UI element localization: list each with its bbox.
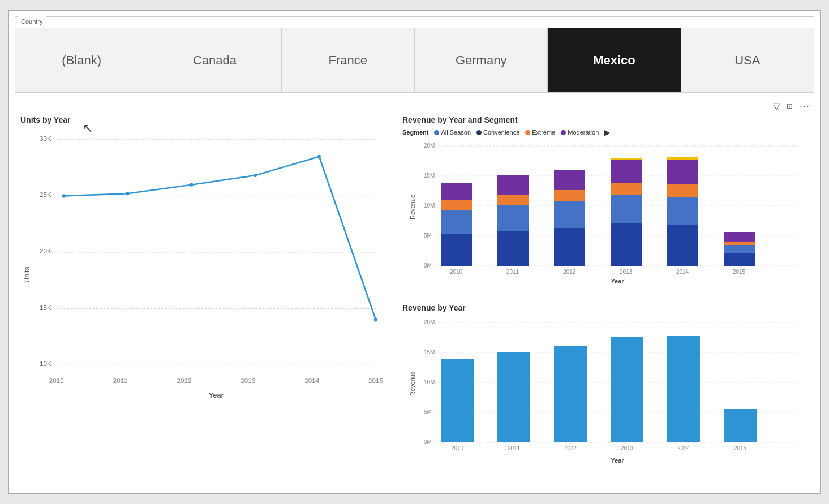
svg-text:2015: 2015	[733, 269, 746, 275]
svg-text:20M: 20M	[424, 319, 435, 325]
bar-2010-allseason	[441, 210, 472, 234]
rev-year-title: Revenue by Year	[402, 303, 810, 312]
bar-2013-extreme	[611, 183, 642, 195]
svg-text:10K: 10K	[40, 360, 51, 367]
svg-text:Year: Year	[611, 278, 624, 285]
country-blank[interactable]: (Blank)	[15, 28, 148, 92]
bar-2010	[441, 359, 474, 442]
svg-point-16	[374, 318, 377, 321]
svg-point-13	[190, 183, 193, 187]
units-by-year-chart: Units by Year 30K 25K 20K 15K 10K Units	[20, 115, 394, 443]
legend-label-moderation: Moderation	[568, 129, 599, 136]
svg-text:Revenue: Revenue	[409, 371, 416, 396]
svg-text:2010: 2010	[451, 445, 464, 451]
bar-2013-convenience	[611, 223, 642, 266]
svg-text:2014: 2014	[676, 269, 689, 275]
bar-2015-allseason	[724, 245, 755, 253]
more-icon[interactable]: ···	[800, 100, 810, 112]
svg-text:Year: Year	[208, 391, 224, 399]
bar-2014-moderation	[667, 160, 698, 184]
bar-2015-moderation	[724, 232, 755, 242]
svg-text:2012: 2012	[564, 445, 577, 451]
bar-2011-allseason	[497, 205, 529, 231]
country-france[interactable]: France	[282, 28, 415, 92]
bar-2014-extra	[667, 157, 698, 160]
svg-text:Revenue: Revenue	[409, 195, 416, 219]
svg-text:2013: 2013	[621, 445, 634, 451]
expand-icon[interactable]: ⊡	[787, 102, 793, 110]
bar-2014-extreme	[667, 184, 698, 197]
legend-all-season: All Season	[434, 129, 471, 136]
country-mexico[interactable]: Mexico	[548, 28, 681, 92]
svg-text:2010: 2010	[450, 269, 463, 275]
units-chart-svg: 30K 25K 20K 15K 10K Units	[20, 128, 394, 439]
legend-segment-label: Segment	[402, 129, 428, 136]
bar-2012-extreme	[554, 190, 585, 201]
svg-text:30K: 30K	[40, 135, 51, 142]
legend-label-convenience: Convenience	[483, 129, 519, 136]
units-chart-title: Units by Year	[20, 115, 394, 124]
toolbar: ▽ ⊡ ···	[773, 100, 810, 112]
svg-text:15M: 15M	[424, 349, 435, 355]
svg-text:2010: 2010	[49, 378, 64, 385]
bar-2012-allseason	[554, 201, 585, 228]
svg-text:25K: 25K	[40, 192, 51, 199]
svg-text:2015: 2015	[734, 445, 747, 451]
country-canada[interactable]: Canada	[148, 28, 281, 92]
legend-dot-all-season	[434, 130, 439, 135]
bar-2011-extreme	[497, 195, 529, 205]
svg-text:5M: 5M	[424, 232, 432, 239]
svg-point-12	[126, 192, 129, 195]
bar-2014-convenience	[667, 225, 698, 266]
svg-text:Year: Year	[611, 457, 624, 464]
rev-segment-svg: 20M 15M 10M 5M 0M Revenue	[402, 139, 810, 286]
legend-convenience: Convenience	[476, 129, 519, 136]
country-slicer: Country (Blank) Canada France Germany Me…	[15, 16, 814, 93]
svg-text:2014: 2014	[304, 378, 320, 385]
svg-text:5M: 5M	[424, 409, 432, 415]
svg-text:2012: 2012	[563, 269, 576, 275]
bar-2013-allseason	[611, 195, 642, 223]
bar-2013-extra	[611, 158, 642, 160]
bar-2013	[611, 337, 643, 442]
svg-text:20M: 20M	[424, 143, 435, 149]
bar-2015-convenience	[724, 253, 755, 266]
svg-text:15M: 15M	[424, 173, 435, 179]
legend-label-extreme: Extreme	[532, 129, 555, 136]
bar-2012-moderation	[554, 170, 585, 190]
svg-text:10M: 10M	[424, 379, 435, 385]
rev-year-svg: 20M 15M 10M 5M 0M Revenue 2010 2011 2012	[402, 316, 810, 477]
bar-2011-convenience	[497, 231, 529, 266]
bar-2012-convenience	[554, 228, 585, 266]
svg-text:2011: 2011	[113, 378, 128, 385]
bar-2010-extreme	[441, 200, 472, 210]
legend-moderation: Moderation	[561, 129, 599, 136]
slicer-label: Country	[18, 16, 46, 27]
svg-text:2013: 2013	[620, 269, 633, 275]
legend-dot-extreme	[525, 130, 530, 135]
legend-label-all-season: All Season	[441, 129, 471, 136]
svg-text:2013: 2013	[240, 378, 255, 385]
legend-next-icon[interactable]: ▶	[604, 128, 611, 137]
bar-2012	[554, 346, 587, 442]
legend-dot-convenience	[476, 130, 482, 135]
rev-segment-chart: Revenue by Year and Segment Segment All …	[402, 115, 810, 294]
svg-text:10M: 10M	[424, 203, 435, 209]
bar-2013-moderation	[611, 160, 642, 183]
main-frame: Country (Blank) Canada France Germany Me…	[8, 10, 821, 494]
svg-text:Units: Units	[23, 266, 31, 282]
svg-text:2015: 2015	[368, 378, 383, 385]
country-usa[interactable]: USA	[681, 28, 814, 92]
svg-text:0M: 0M	[424, 439, 432, 445]
filter-icon[interactable]: ▽	[773, 101, 780, 111]
country-buttons: (Blank) Canada France Germany Mexico USA	[15, 17, 814, 92]
svg-point-15	[317, 155, 321, 158]
bar-2011-moderation	[497, 175, 529, 195]
bar-2015-extreme	[724, 242, 755, 245]
legend-extreme: Extreme	[525, 129, 555, 136]
country-germany[interactable]: Germany	[415, 28, 548, 92]
svg-point-14	[254, 174, 257, 177]
svg-text:2014: 2014	[677, 445, 690, 451]
rev-year-chart: Revenue by Year 20M 15M 10M 5M 0M Revenu…	[402, 303, 810, 484]
rev-segment-title: Revenue by Year and Segment	[402, 115, 810, 124]
